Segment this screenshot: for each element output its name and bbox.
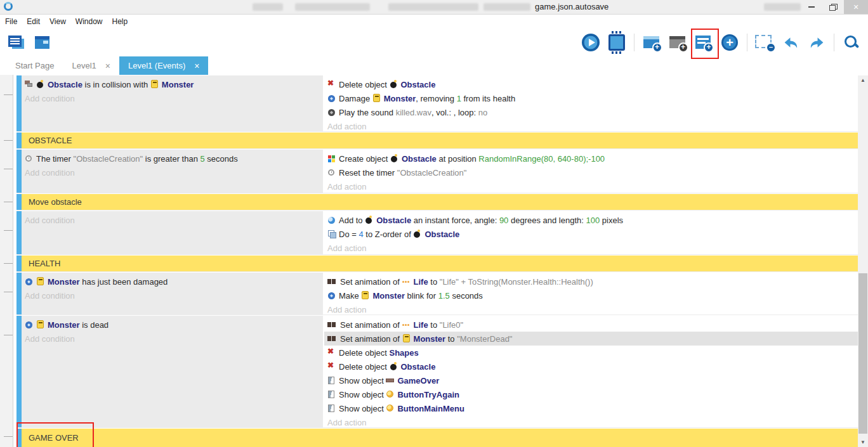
add-condition-button[interactable]: Add condition xyxy=(22,332,323,346)
add-external-events-button[interactable] xyxy=(666,30,689,55)
bomb-icon xyxy=(36,80,45,89)
game-over-group[interactable]: GAME OVER xyxy=(16,429,858,447)
condition-row[interactable]: The timer "ObstacleCreation" is greater … xyxy=(22,152,323,165)
object-name: ButtonMainMenu xyxy=(397,404,464,413)
event-handle[interactable] xyxy=(16,75,22,131)
debugger-button[interactable] xyxy=(605,30,628,55)
event-handle[interactable] xyxy=(16,211,22,254)
actions-cell[interactable]: Create object Obstacle at position Rando… xyxy=(324,150,858,193)
restore-button[interactable] xyxy=(822,0,844,14)
action-row[interactable]: Show object ButtonMainMenu xyxy=(324,401,858,415)
action-row[interactable]: Show object ButtonTryAgain xyxy=(324,387,858,401)
action-row[interactable]: Set animation of Monster to "MonsterDead… xyxy=(324,332,858,346)
action-row[interactable]: Set animation of Life to "Life0" xyxy=(324,318,858,332)
add-action-button[interactable]: Add action xyxy=(324,415,858,429)
text-segment: Play the sound xyxy=(339,108,396,117)
add-condition-button[interactable]: Add condition xyxy=(22,91,323,105)
add-condition-button[interactable]: Add condition xyxy=(22,213,323,227)
event-handle[interactable] xyxy=(16,429,22,447)
menu-edit[interactable]: Edit xyxy=(27,17,40,26)
text-segment: Damage xyxy=(339,94,372,103)
event-handle[interactable] xyxy=(16,133,22,148)
add-action-button[interactable]: Add action xyxy=(324,302,858,316)
action-row[interactable]: Set animation of Life to "Life" + ToStri… xyxy=(324,275,858,288)
tab-start-page[interactable]: Start Page xyxy=(6,56,63,75)
add-action-button[interactable]: Add action xyxy=(324,241,858,255)
menu-file[interactable]: File xyxy=(5,17,17,26)
life-icon xyxy=(402,320,411,329)
group-label: HEALTH xyxy=(29,259,60,268)
tab-level1-events[interactable]: Level1 (Events)× xyxy=(119,56,209,75)
menu-help[interactable]: Help xyxy=(112,17,128,26)
placeholder-text: Add condition xyxy=(25,94,75,103)
group-health[interactable]: HEALTH xyxy=(16,256,858,271)
search-button[interactable] xyxy=(840,30,863,55)
action-row[interactable]: Make Monster blink for 1.5 seconds xyxy=(324,288,858,302)
actions-cell[interactable]: Add to Obstacle an instant force, angle:… xyxy=(324,211,858,254)
menu-window[interactable]: Window xyxy=(76,17,103,26)
close-button[interactable]: ✕ xyxy=(844,0,868,14)
conditions-cell[interactable]: Monster is deadAdd condition xyxy=(22,316,323,427)
action-row[interactable]: Delete object Shapes xyxy=(324,346,858,360)
tree-tick xyxy=(4,230,13,231)
add-action-button[interactable]: Add action xyxy=(324,119,858,133)
vertical-scrollbar[interactable]: ▲ ▼ xyxy=(858,75,868,447)
tab-level1[interactable]: Level1× xyxy=(63,56,119,75)
deselect-button[interactable] xyxy=(753,30,776,55)
action-row[interactable]: Add to Obstacle an instant force, angle:… xyxy=(324,213,858,227)
menu-view[interactable]: View xyxy=(49,17,66,26)
conditions-cell[interactable]: The timer "ObstacleCreation" is greater … xyxy=(22,150,323,193)
event-handle[interactable] xyxy=(16,194,22,210)
event-handle[interactable] xyxy=(16,256,22,271)
minimize-button[interactable] xyxy=(801,0,822,14)
action-row[interactable]: Show object GameOver xyxy=(324,373,858,387)
object-name: Monster xyxy=(48,320,80,330)
add-action-button[interactable]: Add action xyxy=(324,179,858,193)
preview-button[interactable] xyxy=(579,30,602,55)
add-condition-button[interactable]: Add condition xyxy=(22,288,323,302)
event-handle[interactable] xyxy=(16,150,22,193)
action-row[interactable]: Delete object Obstacle xyxy=(324,77,858,91)
actions-cell[interactable]: Set animation of Life to "Life" + ToStri… xyxy=(324,273,858,314)
text-segment: 1 xyxy=(457,94,461,103)
action-row[interactable]: Play the sound killed.wav, vol.: , loop:… xyxy=(324,105,858,119)
action-row[interactable]: Reset the timer "ObstacleCreation" xyxy=(324,165,858,179)
placeholder-text: Add action xyxy=(327,182,366,191)
tab-close-icon[interactable]: × xyxy=(194,62,199,70)
text-segment: to xyxy=(428,277,440,287)
bomb-icon xyxy=(413,230,422,238)
add-scene-button[interactable] xyxy=(640,30,663,55)
condition-row[interactable]: Monster is dead xyxy=(22,318,323,332)
conditions-cell[interactable]: Add condition xyxy=(22,211,323,254)
action-row[interactable]: Do = 4 to Z-order of Obstacle xyxy=(324,227,858,241)
event-handle[interactable] xyxy=(16,273,22,314)
object-name: Monster xyxy=(162,80,194,89)
object-name: Obstacle xyxy=(424,230,459,239)
action-row[interactable]: Create object Obstacle at position Rando… xyxy=(324,152,858,165)
toolbar xyxy=(0,29,868,56)
undo-button[interactable] xyxy=(779,30,802,55)
project-manager-button[interactable] xyxy=(5,30,28,55)
scroll-up-button[interactable]: ▲ xyxy=(858,77,868,83)
tab-close-icon[interactable]: × xyxy=(105,62,110,70)
event-handle[interactable] xyxy=(16,316,22,427)
add-events-sheet-button[interactable] xyxy=(692,30,715,55)
conditions-cell[interactable]: Monster has just been damagedAdd conditi… xyxy=(22,273,323,314)
redo-button[interactable] xyxy=(805,30,828,55)
add-object-button[interactable] xyxy=(718,30,741,55)
text-segment: is greater than xyxy=(143,154,200,164)
group-move-obstacle[interactable]: Move obstacle xyxy=(16,194,858,210)
add-condition-button[interactable]: Add condition xyxy=(22,165,323,179)
scene-editor-button[interactable] xyxy=(31,30,54,55)
conditions-cell[interactable]: Obstacle is in collision with MonsterAdd… xyxy=(22,75,323,131)
action-row[interactable]: Delete object Obstacle xyxy=(324,360,858,373)
scrollbar-thumb[interactable] xyxy=(858,273,867,434)
scroll-down-button[interactable]: ▼ xyxy=(858,439,868,445)
condition-row[interactable]: Monster has just been damaged xyxy=(22,275,323,288)
group-obstacle[interactable]: OBSTACLE xyxy=(16,133,858,148)
actions-cell[interactable]: Delete object ObstacleDamage Monster, re… xyxy=(324,75,858,131)
action-row[interactable]: Damage Monster, removing 1 from its heal… xyxy=(324,91,858,105)
actions-cell[interactable]: Set animation of Life to "Life0"Set anim… xyxy=(324,316,858,427)
add-circle-icon xyxy=(721,34,738,51)
condition-row[interactable]: Obstacle is in collision with Monster xyxy=(22,77,323,91)
